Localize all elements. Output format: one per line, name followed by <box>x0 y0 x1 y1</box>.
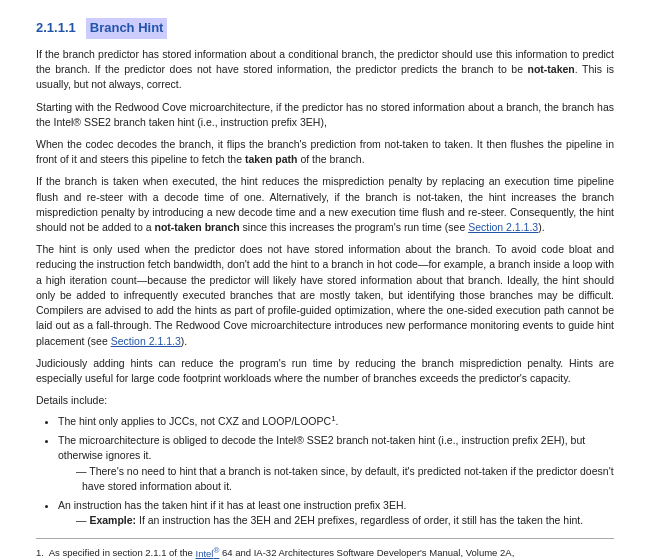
bullet-2-text: The microarchitecture is obliged to deco… <box>58 434 585 461</box>
section-header: 2.1.1.1 Branch Hint <box>36 18 614 39</box>
footnote-area: 1. As specified in section 2.1.1 of the … <box>36 538 614 560</box>
link-section-2113-p5[interactable]: Section 2.1.1.3 <box>111 335 181 347</box>
paragraph-1: If the branch predictor has stored infor… <box>36 47 614 93</box>
bullet-item-3: An instruction has the taken hint if it … <box>58 498 614 528</box>
sub-bullet-list-3: Example: If an instruction has the 3EH a… <box>76 513 614 528</box>
link-section-2113-p4[interactable]: Section 2.1.1.3 <box>468 221 538 233</box>
paragraph-2: Starting with the Redwood Cove microarch… <box>36 100 614 130</box>
sub-bullet-3-1: Example: If an instruction has the 3EH a… <box>76 513 614 528</box>
sub-bullet-2-1: There's no need to hint that a branch is… <box>76 464 614 494</box>
footnote-text: 1. As specified in section 2.1.1 of the … <box>36 544 614 560</box>
paragraph-4: If the branch is taken when executed, th… <box>36 174 614 235</box>
section-number: 2.1.1.1 <box>36 19 76 38</box>
paragraph-3: When the codec decodes the branch, it fl… <box>36 137 614 167</box>
bullet-item-1: The hint only applies to JCCs, not CXZ a… <box>58 412 614 429</box>
paragraph-5: The hint is only used when the predictor… <box>36 242 614 349</box>
bullet-1-text: The hint only applies to JCCs, not CXZ a… <box>58 415 339 427</box>
details-label: Details include: <box>36 393 614 408</box>
sub-bullet-list-2: There's no need to hint that a branch is… <box>76 464 614 494</box>
section-title: Branch Hint <box>86 18 168 39</box>
bullet-3-text: An instruction has the taken hint if it … <box>58 499 406 511</box>
link-intel-manual[interactable]: Intel® <box>196 548 220 559</box>
bullet-list: The hint only applies to JCCs, not CXZ a… <box>58 412 614 528</box>
bullet-item-2: The microarchitecture is obliged to deco… <box>58 433 614 494</box>
paragraph-6: Judiciously adding hints can reduce the … <box>36 356 614 386</box>
